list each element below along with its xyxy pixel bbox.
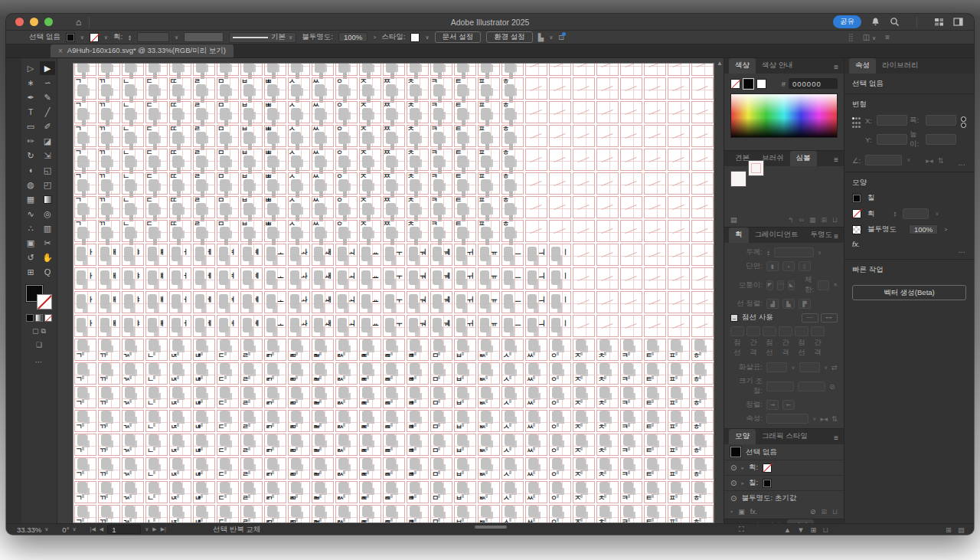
glyph-cell[interactable]: ㅍ [667, 409, 691, 433]
glyph-cell[interactable]: ㅇ [548, 338, 572, 362]
glyph-cell[interactable] [643, 314, 667, 338]
glyph-cell[interactable]: ㅃ [263, 195, 287, 219]
glyph-cell[interactable]: ㅡ [501, 267, 524, 290]
rearrange-artboards-icon[interactable]: ⛶ [739, 525, 744, 534]
glyph-cell[interactable]: ㅗ [263, 290, 287, 314]
touch-workspace-icon[interactable]: ⣿ [848, 33, 853, 41]
document-tab[interactable]: × A9Huh-160x160.svg* @ 33.33%(RGB/미리 보기) [51, 44, 234, 57]
glyph-cell[interactable]: ㅋ [430, 63, 453, 77]
glyph-cell[interactable]: ㄲ [97, 457, 121, 480]
glyph-cell[interactable]: ㄹ [192, 100, 216, 124]
glyph-cell[interactable]: ㅆ [311, 77, 335, 100]
none-mode-icon[interactable] [44, 314, 52, 322]
glyph-cell[interactable]: ㅋ [619, 409, 643, 433]
rectangle-tool[interactable]: ▭ [23, 120, 38, 133]
tab-libraries[interactable]: 라이브러리 [876, 58, 925, 74]
glyph-cell[interactable]: ㄵ [168, 480, 192, 504]
glyph-cell[interactable]: ㅣ [548, 314, 572, 338]
glyph-cell[interactable]: ㄻ [287, 362, 311, 385]
first-artboard-icon[interactable]: |◀ [90, 526, 96, 532]
glyph-cell[interactable]: ㄴ [145, 480, 168, 504]
glyph-cell[interactable]: ㅌ [643, 433, 667, 457]
glyph-cell[interactable]: ㅌ [643, 457, 667, 480]
glyph-cell[interactable] [643, 148, 667, 172]
glyph-cell[interactable]: ㅎ [501, 172, 524, 195]
glyph-cell[interactable]: ㅒ [145, 290, 168, 314]
glyph-cell[interactable] [572, 267, 596, 290]
glyph-cell[interactable]: ㅘ [287, 314, 311, 338]
glyph-cell[interactable] [596, 63, 619, 77]
glyph-cell[interactable]: ㅍ [667, 385, 691, 409]
glyph-cell[interactable]: ㅜ [382, 290, 406, 314]
move-artboard-up-icon[interactable]: ▲ [784, 526, 791, 534]
glyph-cell[interactable]: ㅆ [524, 504, 548, 523]
glyph-cell[interactable] [548, 124, 572, 148]
glyph-cell[interactable]: ㅌ [453, 219, 477, 243]
glyph-cell[interactable]: ㅆ [311, 124, 335, 148]
glyph-cell[interactable]: ㄹ [192, 124, 216, 148]
glyph-cell[interactable]: ㅋ [619, 362, 643, 385]
glyph-cell[interactable]: ㅍ [477, 219, 501, 243]
glyph-cell[interactable]: ㄽ [335, 409, 358, 433]
glyph-cell[interactable]: ㄲ [97, 433, 121, 457]
glyph-cell[interactable]: ㄵ [168, 362, 192, 385]
edit-toolbar-button[interactable]: ⋯ [35, 358, 44, 366]
glyph-cell[interactable]: ㄶ [192, 338, 216, 362]
glyph-cell[interactable]: ㄿ [382, 338, 406, 362]
gradient-mode-icon[interactable] [35, 314, 43, 322]
glyph-cell[interactable]: ㅄ [477, 338, 501, 362]
glyph-cell[interactable]: ㅅ [501, 338, 524, 362]
glyph-cell[interactable]: ㄲ [97, 409, 121, 433]
glyph-cell[interactable] [572, 124, 596, 148]
artboard-tool[interactable]: ▣ [23, 236, 38, 250]
glyph-cell[interactable]: ㅛ [358, 314, 382, 338]
symbol-options-icon[interactable]: ▦ [809, 216, 816, 224]
glyph-cell[interactable]: ㅏ [74, 267, 97, 290]
glyph-cell[interactable]: ㄳ [121, 362, 145, 385]
glyph-cell[interactable]: ㄽ [335, 457, 358, 480]
maximize-window-button[interactable] [44, 18, 53, 26]
glyph-cell[interactable]: ㅀ [406, 362, 430, 385]
glyph-cell[interactable] [667, 243, 691, 267]
glyph-cell[interactable]: ㅄ [477, 385, 501, 409]
opacity-value-field[interactable]: 100% [909, 224, 938, 234]
glyph-cell[interactable]: ㄲ [97, 338, 121, 362]
selection-tool[interactable]: ▷ [23, 61, 38, 75]
glyph-cell[interactable]: ㅉ [382, 100, 406, 124]
glyph-cell[interactable]: ㄷ [216, 385, 240, 409]
panel-option-icon[interactable]: ▤ [958, 526, 965, 534]
glyph-cell[interactable] [548, 148, 572, 172]
glyph-cell[interactable]: ㅒ [145, 243, 168, 267]
glyph-cell[interactable]: ㅇ [335, 148, 358, 172]
glyph-cell[interactable]: ㅛ [358, 290, 382, 314]
glyph-cell[interactable]: ㅍ [477, 172, 501, 195]
glyph-cell[interactable]: ㅌ [643, 409, 667, 433]
new-fill-icon[interactable]: ▣ [738, 508, 745, 516]
glyph-cell[interactable]: ㅄ [477, 457, 501, 480]
chevron-down-icon[interactable]: ∨ [80, 34, 84, 41]
glyph-cell[interactable]: ㅛ [358, 267, 382, 290]
glyph-cell[interactable]: ㅗ [263, 314, 287, 338]
glyph-cell[interactable]: ㅃ [263, 219, 287, 243]
glyph-cell[interactable]: ㄷ [145, 148, 168, 172]
glyph-cell[interactable]: ㄿ [382, 457, 406, 480]
glyph-cell[interactable]: ㄱ [74, 100, 97, 124]
glyph-cell[interactable] [643, 243, 667, 267]
glyph-cell[interactable]: ㄹ [240, 385, 263, 409]
glyph-cell[interactable] [596, 100, 619, 124]
tab-properties[interactable]: 속성 [849, 58, 876, 74]
glyph-cell[interactable]: ㄻ [287, 338, 311, 362]
glyph-cell[interactable]: ㅌ [453, 124, 477, 148]
move-artboard-down-icon[interactable]: ▼ [797, 526, 804, 534]
glyph-cell[interactable]: ㅄ [477, 362, 501, 385]
glyph-cell[interactable]: ㅟ [453, 314, 477, 338]
reference-point-selector[interactable] [852, 117, 861, 129]
glyph-cell[interactable]: ㅈ [572, 504, 596, 523]
glyph-cell[interactable]: ㄴ [121, 100, 145, 124]
glyph-cell[interactable]: ㅌ [453, 77, 477, 100]
glyph-cell[interactable]: ㅅ [501, 504, 524, 523]
glyph-cell[interactable] [596, 219, 619, 243]
blend-tool[interactable]: ◎ [40, 207, 55, 221]
glyph-cell[interactable]: ㄵ [168, 504, 192, 523]
glyph-cell[interactable]: ㅜ [382, 314, 406, 338]
